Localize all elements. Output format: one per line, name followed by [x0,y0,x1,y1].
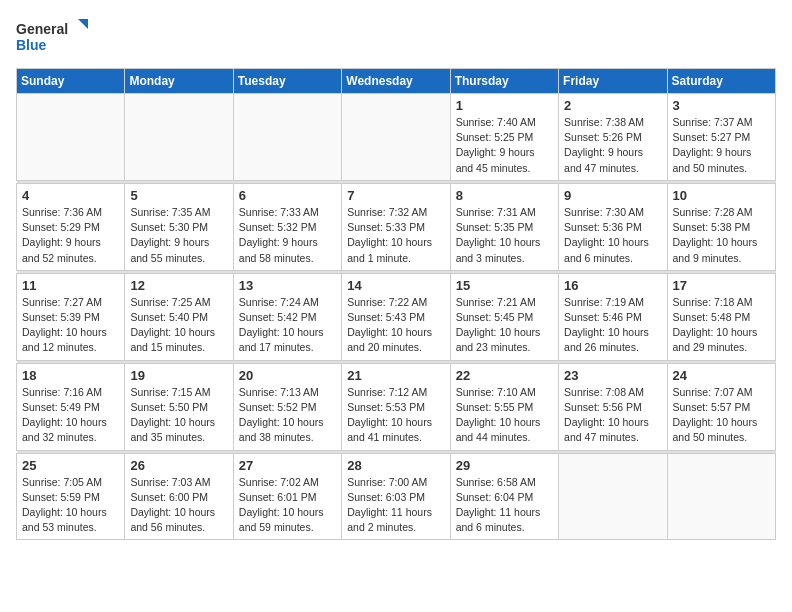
day-number: 15 [456,278,553,293]
calendar-cell: 15Sunrise: 7:21 AMSunset: 5:45 PMDayligh… [450,273,558,360]
day-info: Sunrise: 7:28 AMSunset: 5:38 PMDaylight:… [673,205,770,266]
day-number: 7 [347,188,444,203]
calendar-cell: 28Sunrise: 7:00 AMSunset: 6:03 PMDayligh… [342,453,450,540]
day-number: 28 [347,458,444,473]
calendar-cell: 16Sunrise: 7:19 AMSunset: 5:46 PMDayligh… [559,273,667,360]
calendar-cell: 4Sunrise: 7:36 AMSunset: 5:29 PMDaylight… [17,183,125,270]
calendar-cell: 21Sunrise: 7:12 AMSunset: 5:53 PMDayligh… [342,363,450,450]
calendar-cell: 17Sunrise: 7:18 AMSunset: 5:48 PMDayligh… [667,273,775,360]
calendar-cell: 7Sunrise: 7:32 AMSunset: 5:33 PMDaylight… [342,183,450,270]
day-info: Sunrise: 7:21 AMSunset: 5:45 PMDaylight:… [456,295,553,356]
page-header: General Blue [16,16,776,60]
day-info: Sunrise: 7:18 AMSunset: 5:48 PMDaylight:… [673,295,770,356]
day-number: 22 [456,368,553,383]
day-info: Sunrise: 7:32 AMSunset: 5:33 PMDaylight:… [347,205,444,266]
calendar-week-1: 1Sunrise: 7:40 AMSunset: 5:25 PMDaylight… [17,94,776,181]
day-info: Sunrise: 7:25 AMSunset: 5:40 PMDaylight:… [130,295,227,356]
calendar-table: SundayMondayTuesdayWednesdayThursdayFrid… [16,68,776,540]
calendar-cell [667,453,775,540]
day-info: Sunrise: 7:02 AMSunset: 6:01 PMDaylight:… [239,475,336,536]
logo: General Blue [16,16,106,60]
day-number: 25 [22,458,119,473]
day-number: 8 [456,188,553,203]
day-info: Sunrise: 7:37 AMSunset: 5:27 PMDaylight:… [673,115,770,176]
calendar-cell: 5Sunrise: 7:35 AMSunset: 5:30 PMDaylight… [125,183,233,270]
day-number: 10 [673,188,770,203]
day-number: 11 [22,278,119,293]
svg-text:Blue: Blue [16,37,47,53]
calendar-cell: 24Sunrise: 7:07 AMSunset: 5:57 PMDayligh… [667,363,775,450]
calendar-header-thursday: Thursday [450,69,558,94]
day-number: 21 [347,368,444,383]
calendar-cell: 10Sunrise: 7:28 AMSunset: 5:38 PMDayligh… [667,183,775,270]
day-number: 9 [564,188,661,203]
day-number: 14 [347,278,444,293]
day-number: 26 [130,458,227,473]
day-number: 4 [22,188,119,203]
day-info: Sunrise: 7:15 AMSunset: 5:50 PMDaylight:… [130,385,227,446]
calendar-week-5: 25Sunrise: 7:05 AMSunset: 5:59 PMDayligh… [17,453,776,540]
day-info: Sunrise: 7:36 AMSunset: 5:29 PMDaylight:… [22,205,119,266]
day-info: Sunrise: 7:10 AMSunset: 5:55 PMDaylight:… [456,385,553,446]
calendar-cell: 9Sunrise: 7:30 AMSunset: 5:36 PMDaylight… [559,183,667,270]
day-number: 16 [564,278,661,293]
day-info: Sunrise: 7:38 AMSunset: 5:26 PMDaylight:… [564,115,661,176]
calendar-cell: 12Sunrise: 7:25 AMSunset: 5:40 PMDayligh… [125,273,233,360]
calendar-header-saturday: Saturday [667,69,775,94]
calendar-cell: 19Sunrise: 7:15 AMSunset: 5:50 PMDayligh… [125,363,233,450]
calendar-header-friday: Friday [559,69,667,94]
calendar-header-wednesday: Wednesday [342,69,450,94]
day-number: 5 [130,188,227,203]
day-info: Sunrise: 7:00 AMSunset: 6:03 PMDaylight:… [347,475,444,536]
day-info: Sunrise: 7:35 AMSunset: 5:30 PMDaylight:… [130,205,227,266]
day-info: Sunrise: 7:08 AMSunset: 5:56 PMDaylight:… [564,385,661,446]
calendar-cell [17,94,125,181]
day-info: Sunrise: 6:58 AMSunset: 6:04 PMDaylight:… [456,475,553,536]
day-number: 20 [239,368,336,383]
day-info: Sunrise: 7:13 AMSunset: 5:52 PMDaylight:… [239,385,336,446]
day-number: 1 [456,98,553,113]
day-number: 3 [673,98,770,113]
day-number: 17 [673,278,770,293]
day-info: Sunrise: 7:07 AMSunset: 5:57 PMDaylight:… [673,385,770,446]
calendar-cell: 22Sunrise: 7:10 AMSunset: 5:55 PMDayligh… [450,363,558,450]
calendar-cell: 25Sunrise: 7:05 AMSunset: 5:59 PMDayligh… [17,453,125,540]
day-info: Sunrise: 7:03 AMSunset: 6:00 PMDaylight:… [130,475,227,536]
day-info: Sunrise: 7:30 AMSunset: 5:36 PMDaylight:… [564,205,661,266]
day-info: Sunrise: 7:27 AMSunset: 5:39 PMDaylight:… [22,295,119,356]
calendar-cell: 14Sunrise: 7:22 AMSunset: 5:43 PMDayligh… [342,273,450,360]
calendar-cell: 23Sunrise: 7:08 AMSunset: 5:56 PMDayligh… [559,363,667,450]
calendar-cell: 1Sunrise: 7:40 AMSunset: 5:25 PMDaylight… [450,94,558,181]
calendar-cell: 2Sunrise: 7:38 AMSunset: 5:26 PMDaylight… [559,94,667,181]
calendar-cell [233,94,341,181]
day-info: Sunrise: 7:31 AMSunset: 5:35 PMDaylight:… [456,205,553,266]
calendar-cell [342,94,450,181]
day-info: Sunrise: 7:22 AMSunset: 5:43 PMDaylight:… [347,295,444,356]
calendar-header-tuesday: Tuesday [233,69,341,94]
day-info: Sunrise: 7:12 AMSunset: 5:53 PMDaylight:… [347,385,444,446]
svg-marker-1 [78,19,88,29]
calendar-cell [125,94,233,181]
day-number: 6 [239,188,336,203]
day-number: 29 [456,458,553,473]
day-number: 27 [239,458,336,473]
calendar-cell: 20Sunrise: 7:13 AMSunset: 5:52 PMDayligh… [233,363,341,450]
calendar-week-4: 18Sunrise: 7:16 AMSunset: 5:49 PMDayligh… [17,363,776,450]
calendar-week-3: 11Sunrise: 7:27 AMSunset: 5:39 PMDayligh… [17,273,776,360]
calendar-cell: 27Sunrise: 7:02 AMSunset: 6:01 PMDayligh… [233,453,341,540]
svg-text:General: General [16,21,68,37]
calendar-cell: 18Sunrise: 7:16 AMSunset: 5:49 PMDayligh… [17,363,125,450]
calendar-cell: 29Sunrise: 6:58 AMSunset: 6:04 PMDayligh… [450,453,558,540]
day-info: Sunrise: 7:19 AMSunset: 5:46 PMDaylight:… [564,295,661,356]
logo-wordmark: General Blue [16,16,106,60]
calendar-cell: 26Sunrise: 7:03 AMSunset: 6:00 PMDayligh… [125,453,233,540]
day-number: 23 [564,368,661,383]
calendar-cell: 8Sunrise: 7:31 AMSunset: 5:35 PMDaylight… [450,183,558,270]
calendar-cell: 3Sunrise: 7:37 AMSunset: 5:27 PMDaylight… [667,94,775,181]
day-number: 2 [564,98,661,113]
day-info: Sunrise: 7:40 AMSunset: 5:25 PMDaylight:… [456,115,553,176]
day-number: 12 [130,278,227,293]
day-number: 18 [22,368,119,383]
day-info: Sunrise: 7:24 AMSunset: 5:42 PMDaylight:… [239,295,336,356]
calendar-week-2: 4Sunrise: 7:36 AMSunset: 5:29 PMDaylight… [17,183,776,270]
